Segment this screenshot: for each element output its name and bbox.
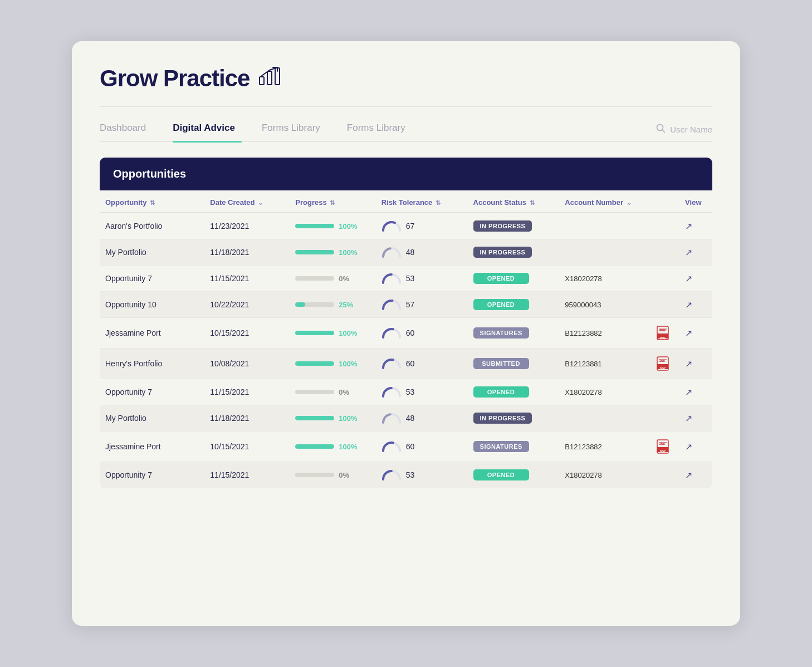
cell-date: 11/15/2021 bbox=[204, 379, 290, 405]
cell-status: OPENED bbox=[468, 379, 560, 405]
cell-status: OPENED bbox=[468, 266, 560, 292]
svg-line-4 bbox=[662, 130, 665, 133]
cell-opportunity: Opportunity 7 bbox=[100, 266, 204, 292]
cell-pdf-icon bbox=[650, 239, 679, 266]
view-link[interactable]: ↗ bbox=[685, 328, 692, 338]
table-header-row: Opportunity ⇅ Date Created ⌄ Progress ⇅ … bbox=[100, 190, 712, 213]
cell-account-number bbox=[559, 213, 650, 239]
col-header-opportunity[interactable]: Opportunity ⇅ bbox=[100, 190, 204, 213]
cell-status: SIGNATURES bbox=[468, 318, 560, 349]
cell-view[interactable]: ↗ bbox=[679, 431, 712, 462]
cell-view[interactable]: ↗ bbox=[679, 239, 712, 266]
cell-pdf-icon[interactable]: PDF PDF bbox=[650, 318, 679, 349]
col-header-risk[interactable]: Risk Tolerance ⇅ bbox=[376, 190, 468, 213]
cell-view[interactable]: ↗ bbox=[679, 292, 712, 318]
table-section-title: Opportunities bbox=[100, 158, 712, 190]
cell-pdf-icon bbox=[650, 213, 679, 239]
cell-risk: 67 bbox=[376, 213, 468, 239]
cell-view[interactable]: ↗ bbox=[679, 318, 712, 349]
progress-bar-bg bbox=[295, 390, 334, 394]
cell-progress: 25% bbox=[290, 292, 375, 318]
progress-bar-fill bbox=[295, 250, 334, 254]
view-link[interactable]: ↗ bbox=[685, 414, 692, 423]
pdf-icon[interactable]: PDF PDF bbox=[656, 356, 669, 371]
view-link[interactable]: ↗ bbox=[685, 300, 692, 310]
cell-date: 11/18/2021 bbox=[204, 405, 290, 431]
cell-status: IN PROGRESS bbox=[468, 239, 560, 266]
view-link[interactable]: ↗ bbox=[685, 222, 692, 231]
sort-icon-status: ⇅ bbox=[530, 199, 535, 206]
cell-account-number: X18020278 bbox=[559, 379, 650, 405]
status-badge: OPENED bbox=[473, 273, 529, 284]
cell-view[interactable]: ↗ bbox=[679, 266, 712, 292]
progress-label: 100% bbox=[339, 414, 357, 423]
status-badge: SIGNATURES bbox=[473, 441, 529, 452]
search-placeholder[interactable]: User Name bbox=[670, 125, 712, 134]
cell-risk: 53 bbox=[376, 266, 468, 292]
account-number-value: 959000043 bbox=[565, 301, 601, 309]
view-link[interactable]: ↗ bbox=[685, 274, 692, 283]
cell-date: 11/23/2021 bbox=[204, 213, 290, 239]
risk-value: 53 bbox=[406, 388, 415, 396]
progress-label: 100% bbox=[339, 222, 357, 230]
opportunities-table: Opportunity ⇅ Date Created ⌄ Progress ⇅ … bbox=[100, 190, 712, 488]
main-card: Grow Practice Dashboard Digital Advice F… bbox=[72, 41, 740, 626]
cell-status: OPENED bbox=[468, 292, 560, 318]
cell-risk: 53 bbox=[376, 462, 468, 488]
col-header-progress[interactable]: Progress ⇅ bbox=[290, 190, 375, 213]
pdf-icon[interactable]: PDF PDF bbox=[656, 439, 669, 454]
cell-view[interactable]: ↗ bbox=[679, 462, 712, 488]
view-link[interactable]: ↗ bbox=[685, 470, 692, 480]
gauge-icon bbox=[381, 358, 402, 369]
progress-bar-bg bbox=[295, 276, 334, 281]
cell-view[interactable]: ↗ bbox=[679, 379, 712, 405]
view-link[interactable]: ↗ bbox=[685, 359, 692, 369]
search-icon bbox=[656, 124, 666, 135]
cell-pdf-icon[interactable]: PDF PDF bbox=[650, 349, 679, 379]
view-link[interactable]: ↗ bbox=[685, 248, 692, 257]
progress-bar-bg bbox=[295, 331, 334, 335]
cell-progress: 100% bbox=[290, 431, 375, 462]
risk-value: 48 bbox=[406, 248, 415, 257]
progress-bar-bg bbox=[295, 361, 334, 366]
cell-date: 11/15/2021 bbox=[204, 266, 290, 292]
risk-value: 60 bbox=[406, 359, 415, 368]
risk-value: 57 bbox=[406, 300, 415, 309]
progress-bar-fill bbox=[295, 416, 334, 420]
progress-bar-bg bbox=[295, 224, 334, 228]
cell-account-number bbox=[559, 239, 650, 266]
risk-value: 60 bbox=[406, 328, 415, 337]
cell-pdf-icon bbox=[650, 292, 679, 318]
cell-opportunity: Opportunity 10 bbox=[100, 292, 204, 318]
chart-icon bbox=[257, 63, 282, 93]
header-row: Grow Practice bbox=[100, 63, 712, 93]
table-row: My Portfolio 11/18/2021 100% 48 IN PROGR… bbox=[100, 239, 712, 266]
view-link[interactable]: ↗ bbox=[685, 442, 692, 452]
cell-account-number: X18020278 bbox=[559, 462, 650, 488]
tab-forms-library-1[interactable]: Forms Library bbox=[262, 117, 337, 141]
status-badge: OPENED bbox=[473, 386, 529, 398]
col-header-date[interactable]: Date Created ⌄ bbox=[204, 190, 290, 213]
cell-view[interactable]: ↗ bbox=[679, 405, 712, 431]
main-nav: Dashboard Digital Advice Forms Library F… bbox=[100, 107, 712, 142]
table-row: Aaron's Portfolio 11/23/2021 100% 67 IN … bbox=[100, 213, 712, 239]
cell-view[interactable]: ↗ bbox=[679, 349, 712, 379]
view-link[interactable]: ↗ bbox=[685, 388, 692, 397]
cell-status: SIGNATURES bbox=[468, 431, 560, 462]
svg-rect-17 bbox=[657, 364, 668, 366]
col-header-status[interactable]: Account Status ⇅ bbox=[468, 190, 560, 213]
gauge-icon bbox=[381, 413, 402, 424]
cell-risk: 60 bbox=[376, 431, 468, 462]
tab-dashboard[interactable]: Dashboard bbox=[100, 117, 163, 141]
progress-bar-bg bbox=[295, 444, 334, 449]
sort-icon-date: ⌄ bbox=[258, 199, 263, 206]
account-number-value: X18020278 bbox=[565, 274, 602, 283]
tab-digital-advice[interactable]: Digital Advice bbox=[173, 117, 252, 141]
account-number-value: B12123882 bbox=[565, 443, 602, 451]
cell-view[interactable]: ↗ bbox=[679, 213, 712, 239]
cell-pdf-icon[interactable]: PDF PDF bbox=[650, 431, 679, 462]
col-header-account-number[interactable]: Account Number ⌄ bbox=[559, 190, 650, 213]
tab-forms-library-2[interactable]: Forms Library bbox=[347, 117, 422, 141]
progress-bar-fill bbox=[295, 444, 334, 449]
pdf-icon[interactable]: PDF PDF bbox=[656, 325, 669, 341]
